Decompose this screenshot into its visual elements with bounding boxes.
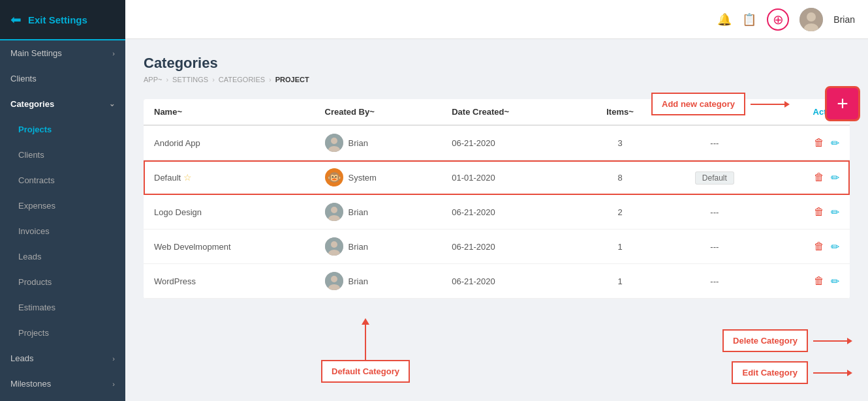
col-items[interactable]: Items~	[578, 99, 662, 125]
exit-settings-label: Exit Settings	[28, 14, 87, 25]
sidebar-item-expenses[interactable]: Expenses	[0, 193, 125, 218]
main-area: 🔔 📋 ⊕ Brian Categories APP~ › SETTINGS ›…	[125, 0, 868, 401]
edit-category-label: Edit Category	[732, 361, 808, 384]
cell-date: 06-21-2020	[441, 230, 578, 264]
cell-created-by: Brian	[315, 125, 442, 160]
edit-icon[interactable]: ✏	[831, 137, 839, 149]
add-category-label: Add new category	[651, 93, 745, 115]
sidebar-item-estimates[interactable]: Estimates	[0, 295, 125, 320]
cell-items: 1	[578, 230, 662, 264]
col-name[interactable]: Name~	[144, 99, 315, 125]
sidebar-item-leads-sub[interactable]: Leads	[0, 244, 125, 269]
tablet-icon[interactable]: 📋	[742, 12, 756, 27]
avatar-system: 🐵	[325, 168, 343, 186]
sidebar-item-main-settings[interactable]: Main Settings ›	[0, 40, 125, 66]
cell-action: 🗑 ✏	[767, 195, 850, 230]
cell-items: 3	[578, 125, 662, 160]
sidebar-item-leads[interactable]: Leads ›	[0, 346, 125, 371]
svg-point-1	[807, 12, 816, 22]
categories-table: Name~ Created By~ Date Created~ Items~ S…	[144, 99, 850, 299]
cell-items: 2	[578, 195, 662, 230]
cell-status: ---	[662, 195, 767, 230]
svg-marker-20	[847, 370, 852, 376]
cell-name: WordPress	[144, 264, 315, 299]
cell-action: 🗑 ✏	[767, 125, 850, 160]
cell-name: Logo Design	[144, 195, 315, 230]
avatar-user	[325, 272, 343, 290]
chevron-icon: ›	[112, 50, 115, 57]
sidebar-header[interactable]: ⬅ Exit Settings	[0, 0, 125, 40]
exit-icon: ⬅	[10, 12, 22, 27]
sidebar-item-clients-sub[interactable]: Clients	[0, 142, 125, 168]
sidebar-item-categories[interactable]: Categories ⌄	[0, 91, 125, 117]
delete-icon[interactable]: 🗑	[814, 206, 824, 218]
sidebar: ⬅ Exit Settings Main Settings › Clients …	[0, 0, 125, 401]
categories-table-container: Name~ Created By~ Date Created~ Items~ S…	[144, 99, 850, 299]
col-date-created[interactable]: Date Created~	[441, 99, 578, 125]
table-row: WordPressBrian06-21-20201--- 🗑 ✏	[144, 264, 850, 299]
avatar-user	[325, 134, 343, 152]
breadcrumb: APP~ › SETTINGS › CATEGORIES › PROJECT	[144, 76, 850, 83]
status-badge: Default	[695, 171, 734, 185]
sidebar-item-projects-sub2[interactable]: Projects	[0, 320, 125, 346]
avatar	[799, 8, 823, 31]
cell-date: 01-01-2020	[441, 160, 578, 195]
delete-icon[interactable]: 🗑	[814, 275, 824, 287]
cell-created-by: Brian	[315, 195, 442, 230]
sidebar-item-milestones[interactable]: Milestones ›	[0, 371, 125, 396]
sidebar-item-contracts[interactable]: Contracts	[0, 168, 125, 193]
cell-status: ---	[662, 230, 767, 264]
cell-status: ---	[662, 264, 767, 299]
delete-category-label: Delete Category	[722, 329, 808, 352]
cell-created-by: 🐵System	[315, 160, 442, 195]
default-category-annotation: Default Category	[321, 324, 410, 383]
cell-name: Web Develmopment	[144, 230, 315, 264]
bell-icon[interactable]: 🔔	[717, 12, 732, 27]
page-title: Categories	[144, 55, 850, 72]
delete-arrow	[813, 334, 852, 348]
svg-marker-18	[847, 338, 852, 344]
content-area: Categories APP~ › SETTINGS › CATEGORIES …	[125, 39, 868, 401]
sidebar-item-clients[interactable]: Clients	[0, 66, 125, 91]
sidebar-item-invoices[interactable]: Invoices	[0, 218, 125, 244]
cell-action: 🗑 ✏	[767, 160, 850, 195]
table-row: Default ☆🐵System01-01-20208Default 🗑 ✏	[144, 160, 850, 195]
svg-point-15	[331, 276, 337, 282]
topbar: 🔔 📋 ⊕ Brian	[125, 0, 868, 39]
svg-point-6	[331, 138, 337, 144]
cell-created-by: Brian	[315, 264, 442, 299]
edit-icon[interactable]: ✏	[831, 241, 839, 253]
svg-point-9	[331, 207, 337, 213]
edit-icon[interactable]: ✏	[831, 206, 839, 218]
sidebar-item-projects[interactable]: Projects	[0, 117, 125, 142]
cell-date: 06-21-2020	[441, 264, 578, 299]
edit-icon[interactable]: ✏	[831, 171, 839, 184]
cell-items: 8	[578, 160, 662, 195]
avatar-user	[325, 237, 343, 256]
delete-icon[interactable]: 🗑	[814, 171, 824, 183]
table-row: Web DevelmopmentBrian06-21-20201--- 🗑 ✏	[144, 230, 850, 264]
delete-icon[interactable]: 🗑	[814, 137, 824, 149]
chevron-icon-leads: ›	[112, 355, 115, 363]
svg-marker-4	[784, 101, 790, 108]
sidebar-nav: Main Settings › Clients Categories ⌄ Pro…	[0, 40, 125, 401]
cell-action: 🗑 ✏	[767, 264, 850, 299]
delete-icon[interactable]: 🗑	[814, 241, 824, 252]
delete-annotation-row: Delete Category	[722, 329, 852, 352]
add-category-callout: Add new category	[651, 93, 790, 115]
annotation-line-up	[365, 324, 366, 360]
sidebar-item-products[interactable]: Products	[0, 269, 125, 295]
cell-date: 06-21-2020	[441, 125, 578, 160]
edit-icon[interactable]: ✏	[831, 275, 839, 288]
cell-name: Andorid App	[144, 125, 315, 160]
cell-date: 06-21-2020	[441, 195, 578, 230]
cell-action: 🗑 ✏	[767, 230, 850, 264]
svg-point-12	[331, 241, 337, 248]
topbar-add-button[interactable]: ⊕	[767, 8, 789, 31]
edit-annotation-row: Edit Category	[722, 361, 852, 384]
cell-name: Default ☆	[144, 160, 315, 195]
add-category-button[interactable]: +	[825, 86, 860, 121]
table-row: Logo DesignBrian06-21-20202--- 🗑 ✏	[144, 195, 850, 230]
cell-status: Default	[662, 160, 767, 195]
col-created-by[interactable]: Created By~	[315, 99, 442, 125]
